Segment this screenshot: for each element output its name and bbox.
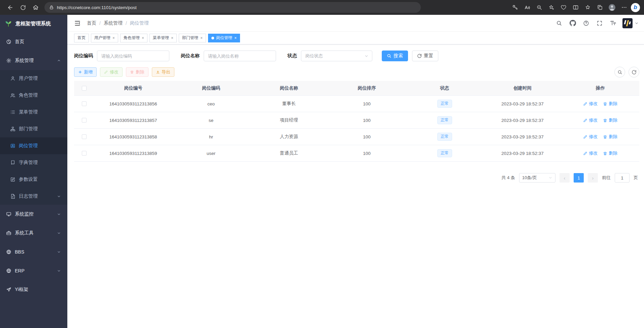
sidebar-item-dept-mgmt[interactable]: 部门管理 (0, 121, 67, 137)
next-page-button[interactable]: › (588, 173, 598, 183)
page-size-select[interactable]: 10条/页 (519, 173, 555, 183)
prev-page-button[interactable]: ‹ (560, 173, 570, 183)
profile-avatar-icon (608, 3, 616, 11)
password-key-button[interactable] (510, 2, 520, 13)
back-arrow-icon (7, 4, 13, 11)
refresh-table-button[interactable] (629, 67, 639, 77)
row-delete-link[interactable]: 删除 (603, 134, 617, 140)
tab-close-icon[interactable]: × (200, 36, 203, 40)
url-text: https://ccnetcore.com:1101/system/post (57, 5, 137, 10)
tab-menu-mgmt[interactable]: 菜单管理× (149, 34, 177, 42)
row-checkbox[interactable] (82, 101, 87, 106)
split-screen-icon (573, 4, 579, 10)
zoom-button[interactable] (534, 2, 545, 13)
tab-close-icon[interactable]: × (112, 36, 115, 40)
status-select[interactable]: 岗位状态 (301, 51, 372, 61)
delete-button[interactable]: 删除 (126, 67, 148, 77)
sidebar-item-home[interactable]: 首页 (0, 32, 67, 51)
post-name-input[interactable] (204, 51, 276, 61)
post-code-cell: hr (172, 134, 250, 139)
sidebar-item-user-mgmt[interactable]: 用户管理 (0, 70, 67, 87)
sidebar-item-system-monitor[interactable]: 系统监控 (0, 205, 67, 224)
browser-refresh-button[interactable] (17, 2, 29, 13)
sidebar-item-post-mgmt[interactable]: 岗位管理 (0, 137, 67, 154)
favorites-button[interactable] (582, 2, 593, 13)
topbar: 首页 / 系统管理 / 岗位管理 (67, 15, 644, 32)
status-badge: 正常 (437, 100, 452, 108)
row-edit-link[interactable]: 修改 (583, 117, 598, 123)
add-favorite-button[interactable] (546, 2, 557, 13)
browser-profile-button[interactable] (607, 2, 617, 13)
page-number-button[interactable]: 1 (574, 173, 584, 183)
search-button[interactable]: 搜索 (382, 51, 408, 61)
export-button-label: 导出 (162, 69, 170, 75)
toggle-search-button[interactable] (614, 67, 625, 77)
browser-settings-button[interactable] (619, 2, 630, 13)
chevron-up-icon (57, 58, 61, 63)
tab-post-mgmt[interactable]: 岗位管理× (208, 34, 240, 42)
github-link-button[interactable] (567, 18, 578, 29)
collapse-sidebar-button[interactable] (73, 19, 82, 28)
help-button[interactable] (581, 18, 591, 29)
copilot-bing-button[interactable]: b (631, 3, 640, 12)
row-checkbox[interactable] (82, 151, 87, 156)
row-edit-label: 修改 (589, 117, 598, 123)
row-delete-link[interactable]: 删除 (603, 150, 617, 156)
select-all-checkbox[interactable] (82, 86, 87, 91)
breadcrumb-item[interactable]: 系统管理 (104, 20, 123, 26)
sidebar-item-param-settings[interactable]: 参数设置 (0, 171, 67, 188)
created-time-cell: 2023-03-29 18:52:37 (483, 134, 561, 139)
post-code-input[interactable] (97, 51, 169, 61)
split-screen-button[interactable] (570, 2, 581, 13)
user-menu[interactable] (622, 18, 639, 28)
goto-page-input[interactable] (615, 173, 630, 183)
tab-close-icon[interactable]: × (171, 36, 173, 40)
goto-label: 前往 (602, 175, 611, 181)
post-name-cell: 项目经理 (250, 117, 328, 123)
row-edit-label: 修改 (589, 101, 598, 107)
tab-close-icon[interactable]: × (234, 36, 237, 40)
sidebar-item-erp[interactable]: ERP (0, 261, 67, 280)
sidebar-item-label: BBS (15, 249, 24, 255)
row-edit-link[interactable]: 修改 (583, 134, 598, 140)
row-delete-link[interactable]: 删除 (603, 117, 617, 123)
add-button[interactable]: 新增 (74, 67, 97, 77)
reset-button[interactable]: 重置 (412, 51, 438, 61)
sidebar-item-bbs[interactable]: BBS (0, 242, 67, 261)
browser-back-button[interactable] (4, 2, 16, 13)
post-sort-cell: 100 (328, 101, 406, 106)
row-edit-link[interactable]: 修改 (583, 101, 598, 107)
pencil-icon (583, 151, 587, 156)
sidebar-item-system-mgmt[interactable]: 系统管理 (0, 51, 67, 70)
sidebar-item-dict-mgmt[interactable]: 字典管理 (0, 154, 67, 171)
tab-home[interactable]: 首页 (74, 34, 89, 42)
browser-essentials-button[interactable] (558, 2, 569, 13)
browser-home-button[interactable] (30, 2, 42, 13)
fullscreen-button[interactable] (594, 18, 605, 29)
sidebar-item-system-tools[interactable]: 系统工具 (0, 224, 67, 242)
tab-role-mgmt[interactable]: 角色管理× (120, 34, 147, 42)
sidebar-item-menu-mgmt[interactable]: 菜单管理 (0, 104, 67, 121)
sidebar-item-label: Yi框架 (15, 287, 28, 293)
tab-close-icon[interactable]: × (142, 36, 144, 40)
row-edit-link[interactable]: 修改 (583, 150, 598, 156)
tab-dept-mgmt[interactable]: 部门管理× (179, 34, 206, 42)
header-search-button[interactable] (554, 18, 565, 29)
row-checkbox[interactable] (82, 134, 87, 139)
sidebar-item-yi-framework[interactable]: Yi框架 (0, 280, 67, 299)
edit-button[interactable]: 修改 (100, 67, 123, 77)
collections-button[interactable] (595, 2, 605, 13)
sidebar-item-role-mgmt[interactable]: 角色管理 (0, 87, 67, 104)
font-size-button[interactable] (608, 18, 618, 29)
app-logo[interactable]: 意框架管理系统 (0, 15, 67, 32)
export-button[interactable]: 导出 (152, 67, 174, 77)
sidebar-item-log-mgmt[interactable]: 日志管理 (0, 188, 67, 205)
row-edit-label: 修改 (589, 150, 598, 156)
row-delete-link[interactable]: 删除 (603, 101, 617, 107)
breadcrumb-item[interactable]: 首页 (87, 20, 96, 26)
address-bar[interactable]: https://ccnetcore.com:1101/system/post (44, 2, 421, 13)
read-aloud-button[interactable] (522, 2, 533, 13)
row-checkbox[interactable] (82, 118, 87, 123)
tab-user-mgmt[interactable]: 用户管理× (91, 34, 118, 42)
refresh-icon (20, 5, 26, 10)
